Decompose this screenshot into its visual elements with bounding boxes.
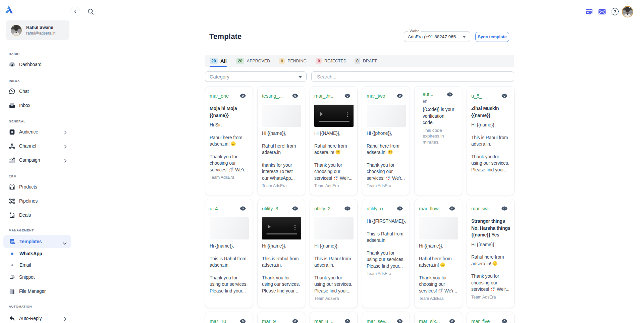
svg-text:?: ? [613,9,616,14]
